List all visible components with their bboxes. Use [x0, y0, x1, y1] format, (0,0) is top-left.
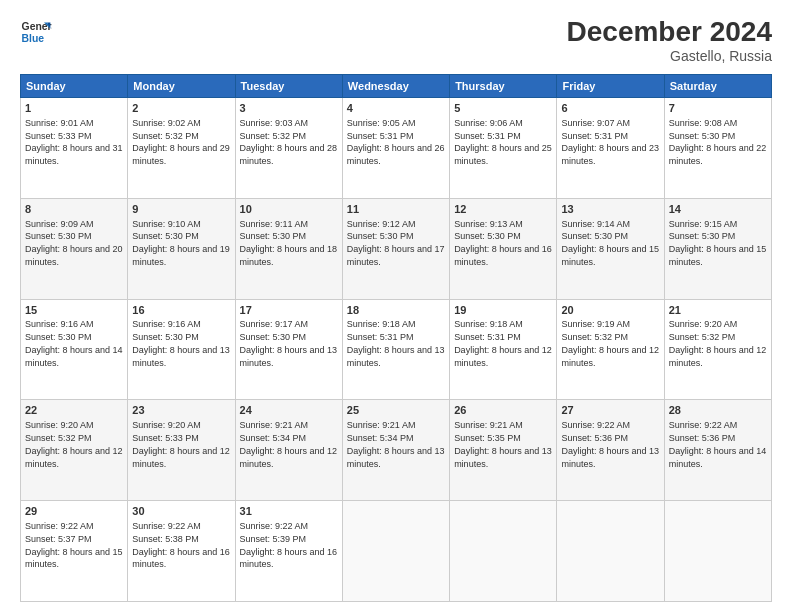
day-number: 30 [132, 504, 230, 519]
day-number: 9 [132, 202, 230, 217]
day-number: 6 [561, 101, 659, 116]
table-cell: 25Sunrise: 9:21 AMSunset: 5:34 PMDayligh… [342, 400, 449, 501]
table-cell: 2Sunrise: 9:02 AMSunset: 5:32 PMDaylight… [128, 98, 235, 199]
table-cell: 20Sunrise: 9:19 AMSunset: 5:32 PMDayligh… [557, 299, 664, 400]
table-cell: 27Sunrise: 9:22 AMSunset: 5:36 PMDayligh… [557, 400, 664, 501]
day-number: 27 [561, 403, 659, 418]
day-info: Sunrise: 9:21 AMSunset: 5:35 PMDaylight:… [454, 420, 552, 468]
table-cell: 3Sunrise: 9:03 AMSunset: 5:32 PMDaylight… [235, 98, 342, 199]
calendar: Sunday Monday Tuesday Wednesday Thursday… [20, 74, 772, 602]
day-info: Sunrise: 9:15 AMSunset: 5:30 PMDaylight:… [669, 219, 767, 267]
logo: General Blue [20, 16, 52, 48]
day-number: 16 [132, 303, 230, 318]
day-info: Sunrise: 9:01 AMSunset: 5:33 PMDaylight:… [25, 118, 123, 166]
day-number: 12 [454, 202, 552, 217]
week-row-3: 15Sunrise: 9:16 AMSunset: 5:30 PMDayligh… [21, 299, 772, 400]
day-number: 7 [669, 101, 767, 116]
day-info: Sunrise: 9:14 AMSunset: 5:30 PMDaylight:… [561, 219, 659, 267]
day-number: 8 [25, 202, 123, 217]
day-info: Sunrise: 9:09 AMSunset: 5:30 PMDaylight:… [25, 219, 123, 267]
day-number: 29 [25, 504, 123, 519]
day-info: Sunrise: 9:22 AMSunset: 5:39 PMDaylight:… [240, 521, 338, 569]
table-cell: 28Sunrise: 9:22 AMSunset: 5:36 PMDayligh… [664, 400, 771, 501]
day-info: Sunrise: 9:13 AMSunset: 5:30 PMDaylight:… [454, 219, 552, 267]
table-cell [342, 501, 449, 602]
day-number: 21 [669, 303, 767, 318]
table-cell: 22Sunrise: 9:20 AMSunset: 5:32 PMDayligh… [21, 400, 128, 501]
day-info: Sunrise: 9:22 AMSunset: 5:37 PMDaylight:… [25, 521, 123, 569]
table-cell: 18Sunrise: 9:18 AMSunset: 5:31 PMDayligh… [342, 299, 449, 400]
day-info: Sunrise: 9:20 AMSunset: 5:32 PMDaylight:… [25, 420, 123, 468]
month-title: December 2024 [567, 16, 772, 48]
week-row-1: 1Sunrise: 9:01 AMSunset: 5:33 PMDaylight… [21, 98, 772, 199]
col-thursday: Thursday [450, 75, 557, 98]
table-cell [664, 501, 771, 602]
day-info: Sunrise: 9:22 AMSunset: 5:36 PMDaylight:… [669, 420, 767, 468]
day-info: Sunrise: 9:02 AMSunset: 5:32 PMDaylight:… [132, 118, 230, 166]
col-friday: Friday [557, 75, 664, 98]
table-cell: 8Sunrise: 9:09 AMSunset: 5:30 PMDaylight… [21, 198, 128, 299]
table-cell: 17Sunrise: 9:17 AMSunset: 5:30 PMDayligh… [235, 299, 342, 400]
week-row-2: 8Sunrise: 9:09 AMSunset: 5:30 PMDaylight… [21, 198, 772, 299]
table-cell: 13Sunrise: 9:14 AMSunset: 5:30 PMDayligh… [557, 198, 664, 299]
location: Gastello, Russia [567, 48, 772, 64]
day-info: Sunrise: 9:21 AMSunset: 5:34 PMDaylight:… [347, 420, 445, 468]
table-cell: 24Sunrise: 9:21 AMSunset: 5:34 PMDayligh… [235, 400, 342, 501]
day-number: 15 [25, 303, 123, 318]
day-number: 19 [454, 303, 552, 318]
day-info: Sunrise: 9:05 AMSunset: 5:31 PMDaylight:… [347, 118, 445, 166]
table-cell: 26Sunrise: 9:21 AMSunset: 5:35 PMDayligh… [450, 400, 557, 501]
day-number: 11 [347, 202, 445, 217]
table-cell [450, 501, 557, 602]
table-cell: 21Sunrise: 9:20 AMSunset: 5:32 PMDayligh… [664, 299, 771, 400]
table-cell: 1Sunrise: 9:01 AMSunset: 5:33 PMDaylight… [21, 98, 128, 199]
day-number: 20 [561, 303, 659, 318]
day-number: 25 [347, 403, 445, 418]
day-number: 24 [240, 403, 338, 418]
table-cell: 12Sunrise: 9:13 AMSunset: 5:30 PMDayligh… [450, 198, 557, 299]
col-saturday: Saturday [664, 75, 771, 98]
table-cell: 10Sunrise: 9:11 AMSunset: 5:30 PMDayligh… [235, 198, 342, 299]
table-cell: 7Sunrise: 9:08 AMSunset: 5:30 PMDaylight… [664, 98, 771, 199]
day-number: 23 [132, 403, 230, 418]
day-number: 5 [454, 101, 552, 116]
day-number: 18 [347, 303, 445, 318]
table-cell: 15Sunrise: 9:16 AMSunset: 5:30 PMDayligh… [21, 299, 128, 400]
svg-text:Blue: Blue [22, 33, 45, 44]
col-tuesday: Tuesday [235, 75, 342, 98]
day-info: Sunrise: 9:10 AMSunset: 5:30 PMDaylight:… [132, 219, 230, 267]
day-number: 31 [240, 504, 338, 519]
table-cell: 14Sunrise: 9:15 AMSunset: 5:30 PMDayligh… [664, 198, 771, 299]
day-number: 3 [240, 101, 338, 116]
day-info: Sunrise: 9:18 AMSunset: 5:31 PMDaylight:… [454, 319, 552, 367]
header: General Blue December 2024 Gastello, Rus… [20, 16, 772, 64]
day-number: 17 [240, 303, 338, 318]
day-number: 2 [132, 101, 230, 116]
table-cell [557, 501, 664, 602]
day-info: Sunrise: 9:22 AMSunset: 5:38 PMDaylight:… [132, 521, 230, 569]
week-row-4: 22Sunrise: 9:20 AMSunset: 5:32 PMDayligh… [21, 400, 772, 501]
day-number: 14 [669, 202, 767, 217]
table-cell: 4Sunrise: 9:05 AMSunset: 5:31 PMDaylight… [342, 98, 449, 199]
table-cell: 30Sunrise: 9:22 AMSunset: 5:38 PMDayligh… [128, 501, 235, 602]
day-info: Sunrise: 9:19 AMSunset: 5:32 PMDaylight:… [561, 319, 659, 367]
table-cell: 6Sunrise: 9:07 AMSunset: 5:31 PMDaylight… [557, 98, 664, 199]
day-number: 10 [240, 202, 338, 217]
col-monday: Monday [128, 75, 235, 98]
day-info: Sunrise: 9:06 AMSunset: 5:31 PMDaylight:… [454, 118, 552, 166]
day-info: Sunrise: 9:18 AMSunset: 5:31 PMDaylight:… [347, 319, 445, 367]
table-cell: 31Sunrise: 9:22 AMSunset: 5:39 PMDayligh… [235, 501, 342, 602]
table-cell: 29Sunrise: 9:22 AMSunset: 5:37 PMDayligh… [21, 501, 128, 602]
table-cell: 5Sunrise: 9:06 AMSunset: 5:31 PMDaylight… [450, 98, 557, 199]
day-number: 26 [454, 403, 552, 418]
day-info: Sunrise: 9:22 AMSunset: 5:36 PMDaylight:… [561, 420, 659, 468]
day-info: Sunrise: 9:11 AMSunset: 5:30 PMDaylight:… [240, 219, 338, 267]
day-number: 1 [25, 101, 123, 116]
table-cell: 23Sunrise: 9:20 AMSunset: 5:33 PMDayligh… [128, 400, 235, 501]
day-info: Sunrise: 9:16 AMSunset: 5:30 PMDaylight:… [25, 319, 123, 367]
week-row-5: 29Sunrise: 9:22 AMSunset: 5:37 PMDayligh… [21, 501, 772, 602]
day-info: Sunrise: 9:17 AMSunset: 5:30 PMDaylight:… [240, 319, 338, 367]
col-wednesday: Wednesday [342, 75, 449, 98]
col-sunday: Sunday [21, 75, 128, 98]
table-cell: 19Sunrise: 9:18 AMSunset: 5:31 PMDayligh… [450, 299, 557, 400]
